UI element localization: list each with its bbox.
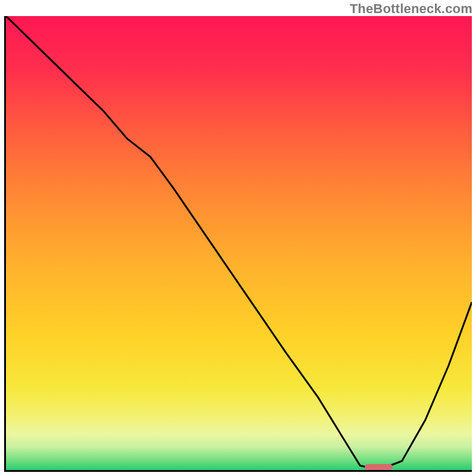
plot-area [6,16,472,470]
optimal-range-marker [365,464,393,470]
chart-container: TheBottleneck.com [0,0,476,476]
watermark-label: TheBottleneck.com [350,1,472,17]
curve-layer [6,16,472,470]
bottleneck-curve [6,16,472,470]
